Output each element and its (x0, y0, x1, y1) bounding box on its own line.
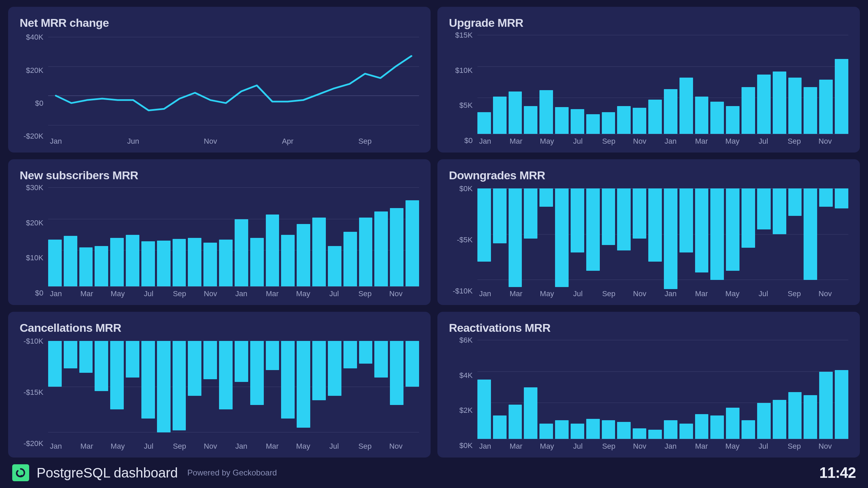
bar (312, 218, 326, 287)
x-axis: JanMarMayJulSepNovJanMarMayJulSepNov (48, 287, 419, 299)
bar (633, 108, 646, 134)
x-tick-label: May (540, 289, 554, 298)
x-axis: JanMarMayJulSepNovJanMarMayJulSepNov (477, 440, 848, 451)
bar (804, 188, 817, 280)
bar (726, 408, 739, 439)
bar (203, 341, 217, 379)
bar (477, 112, 491, 134)
bar (819, 80, 833, 134)
bar (157, 241, 171, 287)
x-tick-label: Mar (266, 442, 279, 451)
bar (390, 208, 403, 287)
plot-area: JanMarMayJulSepNovJanMarMayJulSepNov (477, 185, 848, 299)
x-tick-label: Jul (329, 289, 339, 298)
card-downgrades: Downgrades MRR $0K -$5K -$10K JanMarMayJ… (437, 159, 860, 305)
x-tick-label: Jan (235, 442, 247, 451)
bar (79, 341, 93, 373)
bar (493, 415, 507, 439)
x-tick-label: Sep (788, 289, 801, 298)
dashboard-grid: Net MRR change $40K $20K $0 -$20K Jan (0, 0, 868, 458)
x-tick-label: May (725, 289, 739, 298)
bar (524, 188, 537, 239)
bar (312, 341, 326, 400)
card-reactivations: Reactivations MRR $6K $4K $2K $0K JanMar… (437, 312, 860, 458)
bar (281, 341, 295, 419)
bar (773, 72, 786, 134)
x-tick-label: Sep (602, 289, 615, 298)
bar (250, 238, 264, 287)
x-tick-label: Jan (665, 442, 676, 451)
bar (188, 238, 201, 287)
bar (617, 106, 631, 134)
card-title: Reactivations MRR (449, 321, 848, 334)
bar (235, 219, 248, 287)
plot-area: JanMarMayJulSepNovJanMarMayJulSepNov (477, 33, 848, 146)
x-tick-label: Mar (510, 442, 522, 451)
bar (602, 420, 615, 439)
x-tick-label: Sep (788, 137, 801, 146)
bar (617, 188, 631, 250)
bars (48, 185, 419, 287)
chart-downgrades: $0K -$5K -$10K JanMarMayJulSepNovJanMarM… (449, 185, 848, 299)
x-axis: JanJunNovAprSep (48, 135, 419, 146)
plot-area: JanMarMayJulSepNovJanMarMayJulSepNov (477, 338, 848, 451)
x-tick-label: Jun (127, 137, 139, 146)
x-tick-label: Jul (329, 442, 339, 451)
bar (664, 420, 677, 439)
bars (477, 33, 848, 134)
bar (328, 246, 341, 287)
geckoboard-logo-icon (12, 464, 29, 481)
bar (524, 387, 537, 439)
bar (539, 188, 553, 207)
x-axis: JanMarMayJulSepNovJanMarMayJulSepNov (477, 287, 848, 299)
x-tick-label: Jan (235, 289, 247, 298)
bar (235, 341, 248, 382)
bar (539, 90, 553, 134)
x-tick-label: May (111, 442, 125, 451)
clock: 11:42 (819, 464, 856, 481)
bar (281, 235, 295, 287)
plot-area: JanJunNovAprSep (48, 33, 419, 146)
x-tick-label: Mar (80, 442, 93, 451)
bar (328, 341, 341, 396)
bar (203, 243, 217, 287)
x-tick-label: Mar (695, 137, 708, 146)
bar (648, 100, 662, 134)
x-tick-label: Sep (602, 137, 615, 146)
card-title: Net MRR change (20, 16, 419, 29)
x-tick-label: Jan (479, 442, 491, 451)
bar (726, 106, 739, 134)
x-tick-label: Jan (479, 137, 491, 146)
bar (586, 114, 600, 134)
bar (773, 400, 786, 439)
x-tick-label: Sep (788, 442, 801, 451)
bar (79, 247, 93, 287)
bar (250, 341, 264, 405)
chart-reactivations: $6K $4K $2K $0K JanMarMayJulSepNovJanMar… (449, 338, 848, 451)
x-tick-label: Mar (510, 137, 522, 146)
bar (695, 188, 709, 272)
bar (406, 341, 419, 387)
chart-new-subs: $30K $20K $10K $0 JanMarMayJulSepNovJanM… (20, 185, 419, 299)
bar (586, 419, 600, 439)
x-tick-label: Sep (173, 442, 186, 451)
bar (374, 211, 388, 287)
chart-net-mrr: $40K $20K $0 -$20K JanJunNovAprSep (20, 33, 419, 146)
bar (804, 395, 817, 439)
bar (633, 428, 646, 439)
card-title: Upgrade MRR (449, 16, 848, 29)
bar (695, 97, 709, 134)
x-tick-label: Jul (758, 137, 768, 146)
y-axis: $15K $10K $5K $0 (449, 33, 477, 146)
bar (555, 420, 569, 439)
bar (343, 232, 357, 287)
bar (788, 78, 802, 134)
x-tick-label: Jul (758, 442, 768, 451)
x-tick-label: May (725, 137, 739, 146)
bar (493, 97, 507, 134)
y-axis: $40K $20K $0 -$20K (20, 33, 48, 146)
bar (571, 424, 584, 439)
bar (64, 236, 77, 287)
bar (173, 239, 186, 287)
x-tick-label: Nov (818, 289, 832, 298)
